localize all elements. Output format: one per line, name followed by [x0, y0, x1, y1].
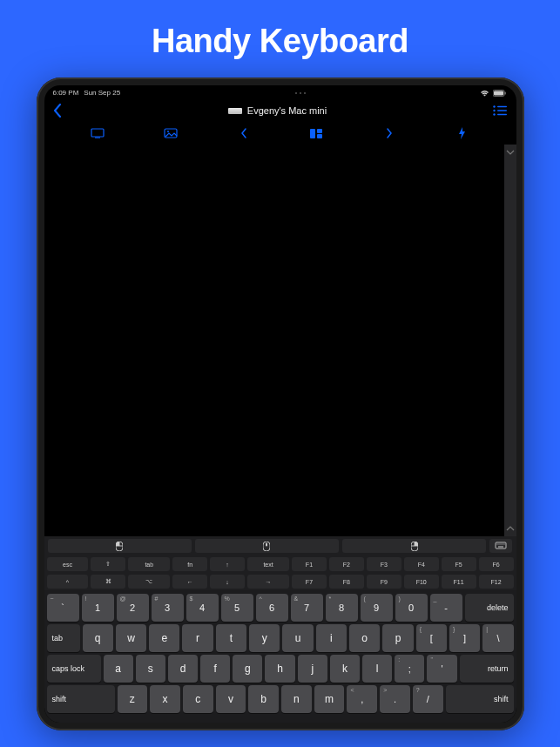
- key-w[interactable]: w: [116, 624, 146, 652]
- key-opt[interactable]: ⌥: [128, 575, 170, 589]
- key-cmd[interactable]: ⌘: [91, 575, 125, 589]
- key-c[interactable]: c: [183, 685, 213, 713]
- list-button[interactable]: [493, 105, 507, 116]
- key-f[interactable]: f: [200, 655, 230, 683]
- number-row: ~`!1@2#3$4%5^6&7*8(9)0_-delete: [47, 594, 514, 622]
- key-e[interactable]: e: [149, 624, 179, 652]
- key-esc[interactable]: esc: [47, 557, 89, 571]
- key-n[interactable]: n: [281, 685, 312, 713]
- key-x[interactable]: x: [150, 685, 180, 713]
- key-shift-right[interactable]: shift: [446, 685, 514, 713]
- key-down-arrow[interactable]: ↓: [210, 575, 245, 589]
- key-h[interactable]: h: [265, 655, 294, 683]
- key-f6[interactable]: F6: [479, 557, 514, 571]
- key-4[interactable]: $4: [186, 594, 219, 622]
- key-,[interactable]: <,: [347, 685, 377, 713]
- display-button[interactable]: [71, 125, 124, 141]
- key-shift-left[interactable]: shift: [47, 685, 115, 713]
- key-d[interactable]: d: [168, 655, 198, 683]
- next-button[interactable]: [363, 125, 415, 141]
- mouse-middle-button[interactable]: [195, 539, 339, 553]
- key-a[interactable]: a: [104, 655, 133, 683]
- key-r[interactable]: r: [182, 624, 213, 652]
- status-right: [480, 90, 507, 97]
- key-1[interactable]: !1: [82, 594, 114, 622]
- key-5[interactable]: %5: [221, 594, 253, 622]
- mac-mini-icon: [228, 108, 242, 114]
- status-left: 6:09 PM Sun Sep 25: [53, 89, 121, 97]
- key-up-arrow[interactable]: ↑: [210, 557, 245, 571]
- key-f4[interactable]: F4: [404, 557, 439, 571]
- windows-button[interactable]: [290, 125, 342, 141]
- key-f3[interactable]: F3: [367, 557, 401, 571]
- key-0[interactable]: )0: [395, 594, 428, 622]
- key-i[interactable]: i: [316, 624, 347, 652]
- key-j[interactable]: j: [298, 655, 327, 683]
- key-f2[interactable]: F2: [329, 557, 364, 571]
- key-[[interactable]: {[: [416, 624, 447, 652]
- key-o[interactable]: o: [349, 624, 380, 652]
- back-button[interactable]: [53, 104, 62, 118]
- prev-button[interactable]: [218, 125, 270, 141]
- chevron-up-icon[interactable]: [506, 526, 515, 531]
- key-\[interactable]: |\: [482, 624, 513, 652]
- key-capslock[interactable]: caps lock: [47, 655, 101, 683]
- key-right-arrow[interactable]: →: [247, 575, 289, 589]
- key-left-arrow[interactable]: ←: [172, 575, 207, 589]
- key-8[interactable]: *8: [326, 594, 358, 622]
- mouse-left-button[interactable]: [48, 539, 192, 553]
- key-f9[interactable]: F9: [367, 575, 401, 589]
- key-return[interactable]: return: [460, 655, 514, 683]
- key-v[interactable]: v: [216, 685, 246, 713]
- key-'[interactable]: "': [427, 655, 456, 683]
- key-.[interactable]: >.: [380, 685, 410, 713]
- remote-screen[interactable]: [44, 145, 504, 536]
- key-f8[interactable]: F8: [329, 575, 364, 589]
- key-m[interactable]: m: [314, 685, 345, 713]
- key-f10[interactable]: F10: [404, 575, 439, 589]
- key-g[interactable]: g: [233, 655, 262, 683]
- key-3[interactable]: #3: [152, 594, 184, 622]
- photo-button[interactable]: [145, 125, 197, 141]
- mouse-right-button[interactable]: [342, 539, 486, 553]
- key-tab[interactable]: tab: [47, 624, 80, 652]
- key-delete[interactable]: delete: [465, 594, 514, 622]
- multitask-dots[interactable]: [295, 92, 306, 94]
- key-f7[interactable]: F7: [292, 575, 327, 589]
- key-6[interactable]: ^6: [256, 594, 288, 622]
- key-k[interactable]: k: [330, 655, 360, 683]
- key-f12[interactable]: F12: [479, 575, 514, 589]
- key-fn[interactable]: fn: [172, 557, 207, 571]
- hide-keyboard-button[interactable]: [489, 539, 512, 553]
- key-t[interactable]: t: [216, 624, 246, 652]
- key-text[interactable]: text: [247, 557, 289, 571]
- bolt-button[interactable]: [436, 125, 489, 141]
- key-p[interactable]: p: [382, 624, 413, 652]
- key-s[interactable]: s: [136, 655, 165, 683]
- key-;[interactable]: :;: [395, 655, 424, 683]
- key-/[interactable]: ?/: [413, 685, 443, 713]
- key-2[interactable]: @2: [117, 594, 149, 622]
- key-`[interactable]: ~`: [47, 594, 79, 622]
- key--[interactable]: _-: [430, 594, 462, 622]
- key-9[interactable]: (9: [361, 594, 393, 622]
- key-][interactable]: }]: [449, 624, 480, 652]
- status-bar: 6:09 PM Sun Sep 25: [44, 85, 516, 99]
- key-f1[interactable]: F1: [292, 557, 327, 571]
- key-y[interactable]: y: [249, 624, 280, 652]
- key-shift-mod[interactable]: ⇧: [91, 557, 125, 571]
- key-7[interactable]: &7: [291, 594, 323, 622]
- chevron-down-icon[interactable]: [506, 150, 515, 155]
- key-ctrl[interactable]: ^: [47, 575, 89, 589]
- key-z[interactable]: z: [118, 685, 148, 713]
- key-f5[interactable]: F5: [442, 557, 476, 571]
- key-l[interactable]: l: [362, 655, 392, 683]
- key-tab-mod[interactable]: tab: [128, 557, 170, 571]
- key-f11[interactable]: F11: [442, 575, 476, 589]
- hero-banner: Handy Keyboard: [0, 0, 560, 77]
- key-b[interactable]: b: [248, 685, 279, 713]
- key-q[interactable]: q: [83, 624, 113, 652]
- scroll-panel[interactable]: [504, 145, 516, 536]
- key-u[interactable]: u: [282, 624, 313, 652]
- status-time: 6:09 PM: [53, 89, 79, 97]
